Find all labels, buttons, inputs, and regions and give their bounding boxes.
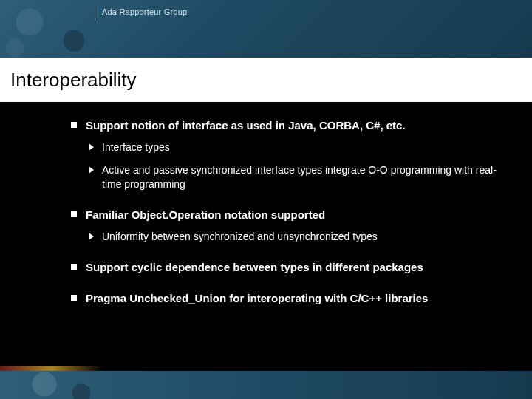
sub-bullet-text: Interface types: [102, 141, 170, 153]
list-item: Active and passive synchronized interfac…: [86, 163, 502, 191]
title-strip: Interoperability: [0, 58, 532, 102]
list-item: Interface types: [86, 140, 502, 154]
sub-bullet-list: Uniformity between synchronized and unsy…: [86, 230, 502, 244]
list-item: Support notion of interface as used in J…: [71, 118, 502, 191]
bullet-text: Support notion of interface as used in J…: [86, 119, 406, 132]
header-group-label: Ada Rapporteur Group: [102, 7, 187, 16]
bullet-list: Support notion of interface as used in J…: [71, 118, 502, 307]
list-item: Support cyclic dependence between types …: [71, 260, 502, 275]
slide-content: Support notion of interface as used in J…: [71, 118, 502, 323]
bullet-text: Familiar Object.Operation notation suppo…: [86, 208, 325, 221]
list-item: Familiar Object.Operation notation suppo…: [71, 208, 502, 244]
bottom-banner: [0, 371, 532, 399]
sub-bullet-list: Interface types Active and passive synch…: [86, 140, 502, 191]
sub-bullet-text: Active and passive synchronized interfac…: [102, 164, 497, 190]
bullet-text: Pragma Unchecked_Union for interoperatin…: [86, 292, 428, 304]
list-item: Uniformity between synchronized and unsy…: [86, 230, 502, 244]
list-item: Pragma Unchecked_Union for interoperatin…: [71, 291, 502, 306]
slide-title: Interoperability: [10, 69, 137, 92]
top-banner: Ada Rapporteur Group: [0, 0, 532, 58]
header-divider: [95, 6, 95, 21]
sub-bullet-text: Uniformity between synchronized and unsy…: [102, 231, 378, 242]
bullet-text: Support cyclic dependence between types …: [86, 261, 423, 273]
